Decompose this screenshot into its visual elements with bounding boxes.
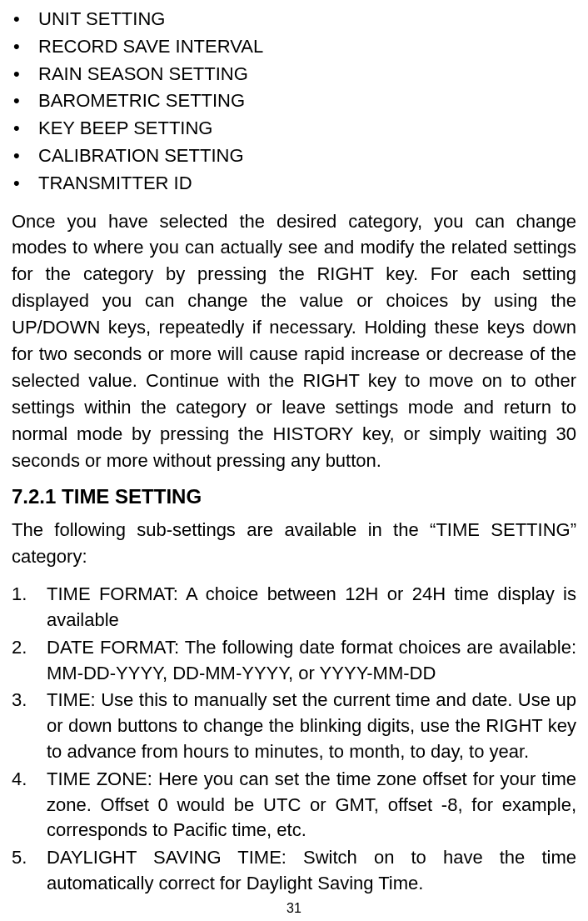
list-item: 3. TIME: Use this to manually set the cu… [12, 688, 576, 764]
bullet-dot-icon: • [12, 7, 38, 33]
section-heading: 7.2.1 TIME SETTING [12, 485, 576, 508]
list-item-text: DAYLIGHT SAVING TIME: Switch on to have … [47, 845, 576, 897]
paragraph: Once you have selected the desired categ… [12, 208, 576, 474]
bullet-dot-icon: • [12, 116, 38, 142]
list-item: • KEY BEEP SETTING [12, 116, 576, 142]
list-number: 1. [12, 582, 47, 633]
bullet-list: • UNIT SETTING • RECORD SAVE INTERVAL • … [12, 7, 576, 197]
list-item-text: TIME: Use this to manually set the curre… [47, 688, 576, 764]
list-item-label: TRANSMITTER ID [38, 171, 576, 197]
document-page: • UNIT SETTING • RECORD SAVE INTERVAL • … [0, 0, 588, 921]
list-item: 5. DAYLIGHT SAVING TIME: Switch on to ha… [12, 845, 576, 897]
numbered-list: 1. TIME FORMAT: A choice between 12H or … [12, 582, 576, 897]
list-item: • BAROMETRIC SETTING [12, 88, 576, 114]
list-item: • UNIT SETTING [12, 7, 576, 33]
list-item: • RECORD SAVE INTERVAL [12, 34, 576, 60]
list-item-label: RECORD SAVE INTERVAL [38, 34, 576, 60]
bullet-dot-icon: • [12, 88, 38, 114]
list-number: 3. [12, 688, 47, 764]
list-item-label: BAROMETRIC SETTING [38, 88, 576, 114]
list-number: 5. [12, 845, 47, 897]
list-item-text: TIME FORMAT: A choice between 12H or 24H… [47, 582, 576, 633]
page-number: 31 [0, 901, 588, 916]
list-item: • CALIBRATION SETTING [12, 143, 576, 169]
list-item-text: TIME ZONE: Here you can set the time zon… [47, 767, 576, 843]
list-number: 2. [12, 635, 47, 687]
paragraph: The following sub-settings are available… [12, 517, 576, 570]
list-number: 4. [12, 767, 47, 843]
list-item-label: UNIT SETTING [38, 7, 576, 33]
bullet-dot-icon: • [12, 171, 38, 197]
list-item: • TRANSMITTER ID [12, 171, 576, 197]
bullet-dot-icon: • [12, 143, 38, 169]
list-item: 2. DATE FORMAT: The following date forma… [12, 635, 576, 687]
list-item-text: DATE FORMAT: The following date format c… [47, 635, 576, 687]
list-item: • RAIN SEASON SETTING [12, 62, 576, 88]
list-item: 1. TIME FORMAT: A choice between 12H or … [12, 582, 576, 633]
bullet-dot-icon: • [12, 62, 38, 88]
list-item-label: CALIBRATION SETTING [38, 143, 576, 169]
bullet-dot-icon: • [12, 34, 38, 60]
list-item: 4. TIME ZONE: Here you can set the time … [12, 767, 576, 843]
list-item-label: KEY BEEP SETTING [38, 116, 576, 142]
list-item-label: RAIN SEASON SETTING [38, 62, 576, 88]
